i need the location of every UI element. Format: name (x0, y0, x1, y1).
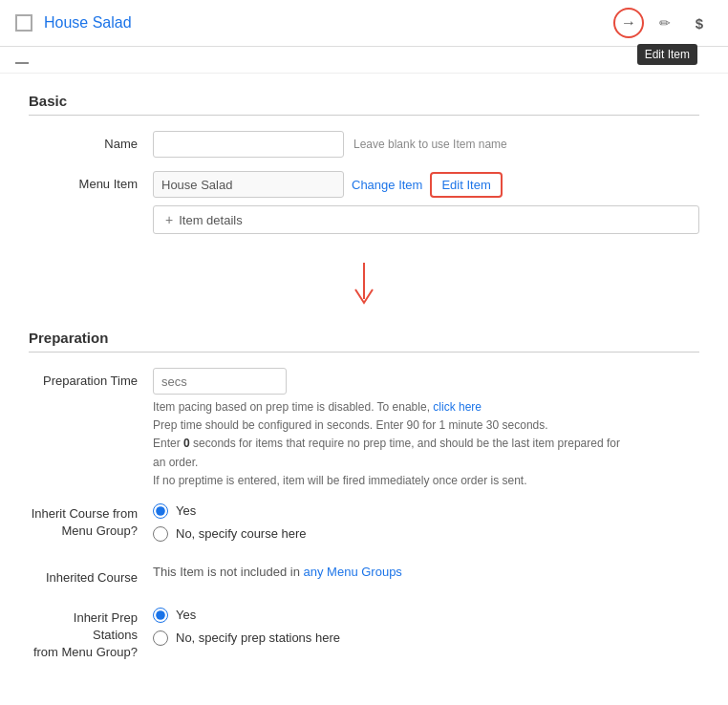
inherit-course-yes-label: Yes (176, 503, 196, 518)
inherit-prep-yes-radio[interactable] (153, 608, 168, 623)
menu-item-inputs: Change Item Edit Item (153, 171, 699, 198)
edit-pencil-button[interactable]: ✏ (652, 10, 678, 36)
inherit-course-radio-group: Yes No, specify course here (153, 503, 699, 542)
prep-hint-line4: If no preptime is entered, item will be … (153, 474, 527, 487)
inherit-course-no-radio[interactable] (153, 526, 168, 542)
top-bar: House Salad → ✏ $ Edit Item (0, 0, 728, 47)
plus-icon: + (165, 212, 173, 227)
inherited-course-text: This Item is not included in any Menu Gr… (153, 565, 402, 579)
inherit-prep-no-radio[interactable] (153, 630, 168, 646)
item-details-expand[interactable]: + Item details (153, 205, 699, 234)
main-content: Basic Name Leave blank to use Item name … (0, 74, 728, 705)
prep-time-row: Preparation Time Item pacing based on pr… (29, 368, 699, 490)
select-checkbox[interactable] (15, 14, 32, 32)
pencil-icon: ✏ (659, 15, 671, 31)
inherit-course-no-option[interactable]: No, specify course here (153, 526, 699, 542)
menu-item-input (153, 171, 344, 198)
inherited-course-text-part1: This Item is not included in (153, 565, 304, 579)
prep-hint: Item pacing based on prep time is disabl… (153, 398, 631, 490)
change-item-link[interactable]: Change Item (352, 178, 422, 192)
name-control-area: Leave blank to use Item name (153, 131, 699, 158)
sub-bar (0, 47, 728, 74)
inherit-prep-control: Yes No, specify prep stations here (153, 608, 699, 646)
name-row: Name Leave blank to use Item name (29, 131, 699, 158)
inherit-course-no-label: No, specify course here (176, 526, 307, 541)
inherit-prep-radio-group: Yes No, specify prep stations here (153, 608, 699, 646)
sub-bar-icon (15, 62, 29, 64)
pricing-button[interactable]: $ (686, 10, 713, 36)
inherited-course-label: Inherited Course (29, 565, 153, 585)
inherit-prep-yes-label: Yes (176, 608, 196, 622)
preparation-section: Preparation Preparation Time Item pacing… (29, 330, 699, 662)
top-bar-actions: → ✏ $ Edit Item (613, 8, 713, 38)
menu-item-row: Menu Item Change Item Edit Item + Item d… (29, 171, 699, 234)
inherit-course-control: Yes No, specify course here (153, 503, 699, 542)
inherit-prep-yes-option[interactable]: Yes (153, 608, 699, 623)
name-input[interactable] (153, 131, 344, 158)
page-title: House Salad (44, 14, 613, 32)
inherit-prep-no-label: No, specify prep stations here (176, 630, 340, 645)
zero-text: 0 (183, 437, 190, 450)
inherit-course-label: Inherit Course from Menu Group? (29, 503, 153, 540)
edit-item-button[interactable]: Edit Item (430, 172, 502, 198)
item-details-label: Item details (179, 213, 242, 227)
any-menu-groups-link[interactable]: any Menu Groups (304, 565, 402, 579)
edit-item-tooltip: Edit Item (637, 44, 697, 65)
arrow-right-icon: → (621, 14, 636, 32)
arrow-decoration (29, 263, 699, 310)
basic-section-title: Basic (29, 93, 699, 116)
prep-hint-line2: Prep time should be configured in second… (153, 418, 548, 432)
prep-hint-line1: Item pacing based on prep time is disabl… (153, 400, 430, 414)
basic-section: Basic Name Leave blank to use Item name … (29, 93, 699, 234)
inherit-course-row: Inherit Course from Menu Group? Yes No, … (29, 503, 699, 542)
inherit-prep-stations-row: Inherit Prep Stations from Menu Group? Y… (29, 608, 699, 662)
inherited-course-value: This Item is not included in any Menu Gr… (153, 565, 699, 579)
inherit-course-yes-radio[interactable] (153, 503, 168, 519)
navigate-next-button[interactable]: → (613, 8, 644, 38)
prep-time-input[interactable] (153, 368, 287, 395)
down-arrow-icon (350, 263, 378, 310)
dollar-icon: $ (696, 15, 703, 32)
prep-hint-line3: Enter 0 seconds for items that require n… (153, 437, 620, 468)
prep-time-control: Item pacing based on prep time is disabl… (153, 368, 699, 490)
preparation-section-title: Preparation (29, 330, 699, 352)
inherit-course-yes-option[interactable]: Yes (153, 503, 699, 519)
prep-hint-click-here[interactable]: click here (433, 400, 482, 414)
inherit-prep-no-option[interactable]: No, specify prep stations here (153, 630, 699, 646)
inherit-prep-label: Inherit Prep Stations from Menu Group? (29, 608, 153, 662)
menu-item-label: Menu Item (29, 171, 153, 191)
prep-time-label: Preparation Time (29, 368, 153, 388)
name-hint: Leave blank to use Item name (353, 131, 507, 158)
name-label: Name (29, 131, 153, 151)
inherited-course-row: Inherited Course This Item is not includ… (29, 565, 699, 585)
menu-item-control-area: Change Item Edit Item + Item details (153, 171, 699, 234)
